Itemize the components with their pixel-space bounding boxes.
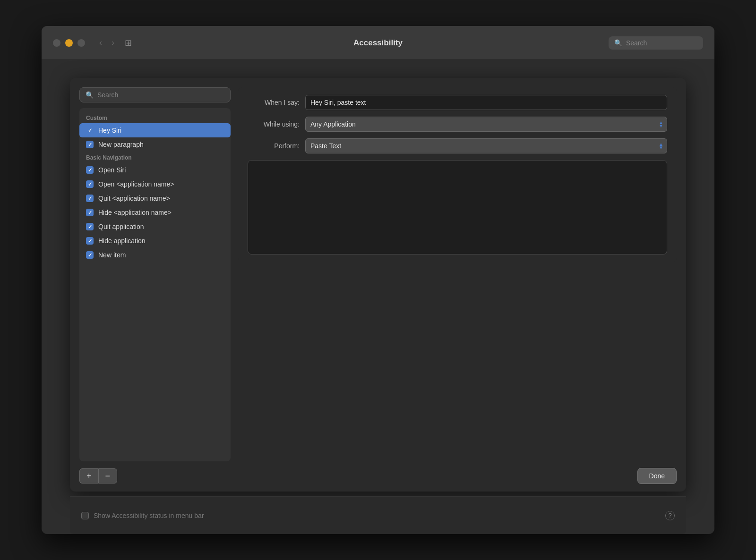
list-item-hey-siri[interactable]: Hey Siri — [79, 123, 231, 137]
minimize-button[interactable] — [65, 39, 73, 47]
perform-row: Perform: Paste Text Copy Cut ▲ ▼ — [248, 138, 667, 153]
panel-search-input[interactable] — [97, 91, 224, 99]
while-using-label: While using: — [248, 120, 300, 128]
dialog-content: 🔍 Custom Hey Siri New paragraph — [70, 78, 686, 461]
label-open-siri: Open Siri — [98, 166, 126, 174]
perform-select-wrapper: Paste Text Copy Cut ▲ ▼ — [305, 138, 667, 153]
perform-label: Perform: — [248, 142, 300, 150]
outer-window: ‹ › ⊞ Accessibility 🔍 🔍 Custom — [42, 26, 714, 534]
inner-dialog: 🔍 Custom Hey Siri New paragraph — [70, 78, 686, 492]
search-icon: 🔍 — [614, 39, 622, 47]
add-remove-group: + − — [79, 468, 117, 484]
label-open-application-name: Open <application name> — [98, 180, 174, 188]
checkbox-hide-application-name[interactable] — [86, 209, 94, 216]
label-new-item: New item — [98, 251, 126, 259]
commands-list: Custom Hey Siri New paragraph Basic Navi… — [79, 108, 231, 461]
when-i-say-row: When I say: — [248, 95, 667, 110]
label-quit-application-name: Quit <application name> — [98, 195, 170, 202]
label-hide-application: Hide application — [98, 237, 146, 245]
checkbox-hide-application[interactable] — [86, 237, 94, 245]
perform-text-area — [248, 160, 667, 255]
list-item-new-item[interactable]: New item — [79, 248, 231, 262]
while-using-select-wrapper: Any Application Finder Safari ▲ ▼ — [305, 117, 667, 132]
bottom-bar: Show Accessibility status in menu bar ? — [70, 496, 686, 534]
label-hide-application-name: Hide <application name> — [98, 209, 172, 216]
grid-icon[interactable]: ⊞ — [125, 38, 132, 48]
form-area: When I say: While using: Any Application… — [238, 87, 677, 262]
checkbox-open-application-name[interactable] — [86, 180, 94, 188]
when-i-say-input[interactable] — [305, 95, 667, 110]
list-item-hide-application[interactable]: Hide application — [79, 234, 231, 248]
forward-arrow[interactable]: › — [109, 36, 117, 50]
list-item-hide-application-name[interactable]: Hide <application name> — [79, 205, 231, 220]
maximize-button[interactable] — [77, 39, 85, 47]
done-button[interactable]: Done — [637, 468, 677, 484]
section-custom-header: Custom — [79, 112, 231, 123]
list-item-new-paragraph[interactable]: New paragraph — [79, 137, 231, 152]
add-button[interactable]: + — [79, 468, 98, 484]
list-item-open-application-name[interactable]: Open <application name> — [79, 177, 231, 191]
remove-button[interactable]: − — [98, 468, 118, 484]
checkbox-open-siri[interactable] — [86, 166, 94, 174]
nav-arrows: ‹ › — [96, 36, 117, 50]
right-panel: When I say: While using: Any Application… — [238, 87, 677, 461]
when-i-say-label: When I say: — [248, 99, 300, 106]
checkbox-new-item[interactable] — [86, 251, 94, 259]
list-item-open-siri[interactable]: Open Siri — [79, 163, 231, 177]
perform-select[interactable]: Paste Text Copy Cut — [305, 138, 667, 153]
help-icon[interactable]: ? — [665, 511, 675, 520]
traffic-lights — [53, 39, 85, 47]
back-arrow[interactable]: ‹ — [96, 36, 105, 50]
list-item-quit-application[interactable]: Quit application — [79, 220, 231, 234]
list-item-quit-application-name[interactable]: Quit <application name> — [79, 191, 231, 205]
dialog-bottom: + − Done — [70, 461, 686, 492]
while-using-select[interactable]: Any Application Finder Safari — [305, 117, 667, 132]
while-using-row: While using: Any Application Finder Safa… — [248, 117, 667, 132]
label-hey-siri: Hey Siri — [98, 127, 121, 134]
checkbox-new-paragraph[interactable] — [86, 141, 94, 148]
show-accessibility-label: Show Accessibility status in menu bar — [94, 512, 204, 519]
title-bar: ‹ › ⊞ Accessibility 🔍 — [42, 26, 714, 60]
titlebar-search[interactable]: 🔍 — [609, 36, 703, 50]
label-new-paragraph: New paragraph — [98, 141, 144, 148]
left-panel: 🔍 Custom Hey Siri New paragraph — [79, 87, 231, 461]
show-accessibility-checkbox[interactable] — [81, 512, 89, 519]
panel-search-icon: 🔍 — [86, 91, 94, 99]
checkbox-quit-application-name[interactable] — [86, 195, 94, 202]
checkbox-quit-application[interactable] — [86, 223, 94, 230]
titlebar-search-input[interactable] — [626, 39, 697, 47]
checkbox-hey-siri[interactable] — [86, 127, 94, 134]
panel-search-box[interactable]: 🔍 — [79, 87, 231, 102]
close-button[interactable] — [53, 39, 60, 47]
label-quit-application: Quit application — [98, 223, 144, 230]
window-title: Accessibility — [353, 38, 403, 48]
section-basic-nav-header: Basic Navigation — [79, 152, 231, 163]
